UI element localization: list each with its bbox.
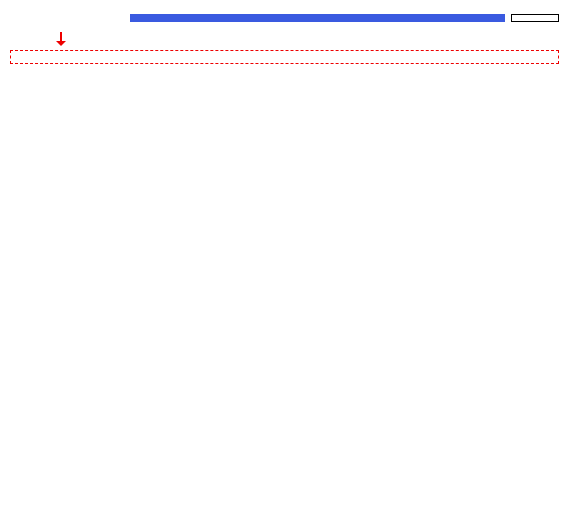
arrow-indicator (60, 32, 559, 46)
legend-bar (130, 14, 505, 22)
detail-breakdown (10, 50, 559, 64)
legend-row (10, 14, 559, 22)
sum-header (511, 14, 559, 22)
